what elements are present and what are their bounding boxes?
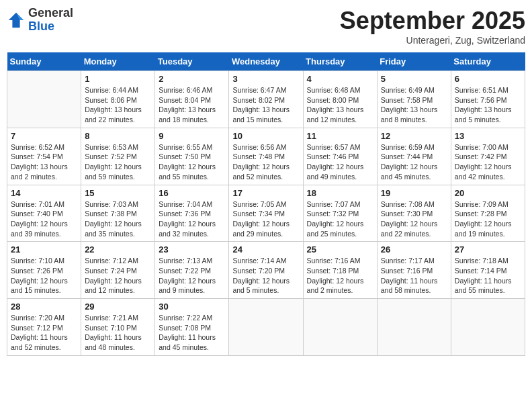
weekday-header-saturday: Saturday bbox=[451, 52, 525, 71]
day-info: Sunrise: 7:22 AMSunset: 7:08 PMDaylight:… bbox=[159, 313, 225, 353]
day-number: 15 bbox=[85, 188, 151, 198]
day-info: Sunrise: 7:12 AMSunset: 7:24 PMDaylight:… bbox=[85, 256, 151, 295]
weekday-header-tuesday: Tuesday bbox=[155, 52, 229, 71]
day-cell: 3Sunrise: 6:47 AMSunset: 8:02 PMDaylight… bbox=[229, 71, 303, 128]
day-info: Sunrise: 7:16 AMSunset: 7:18 PMDaylight:… bbox=[307, 256, 373, 295]
day-number: 8 bbox=[85, 131, 151, 141]
day-number: 2 bbox=[159, 74, 225, 84]
day-cell: 17Sunrise: 7:05 AMSunset: 7:34 PMDayligh… bbox=[229, 185, 303, 242]
week-row-3: 14Sunrise: 7:01 AMSunset: 7:40 PMDayligh… bbox=[7, 185, 525, 242]
day-cell: 24Sunrise: 7:14 AMSunset: 7:20 PMDayligh… bbox=[229, 242, 303, 299]
week-row-4: 21Sunrise: 7:10 AMSunset: 7:26 PMDayligh… bbox=[7, 242, 525, 299]
day-number: 11 bbox=[307, 131, 373, 141]
title-block: September 2025 Unterageri, Zug, Switzerl… bbox=[340, 7, 525, 46]
day-number: 26 bbox=[381, 244, 447, 255]
day-info: Sunrise: 6:59 AMSunset: 7:44 PMDaylight:… bbox=[381, 142, 447, 182]
weekday-header-row: SundayMondayTuesdayWednesdayThursdayFrid… bbox=[7, 52, 525, 71]
day-number: 29 bbox=[85, 302, 151, 312]
day-cell: 22Sunrise: 7:12 AMSunset: 7:24 PMDayligh… bbox=[81, 242, 155, 299]
day-cell: 1Sunrise: 6:44 AMSunset: 8:06 PMDaylight… bbox=[81, 71, 155, 128]
calendar-table: SundayMondayTuesdayWednesdayThursdayFrid… bbox=[7, 52, 525, 356]
day-number: 4 bbox=[307, 74, 373, 84]
day-info: Sunrise: 7:13 AMSunset: 7:22 PMDaylight:… bbox=[159, 256, 225, 295]
day-cell: 2Sunrise: 6:46 AMSunset: 8:04 PMDaylight… bbox=[155, 71, 229, 128]
day-info: Sunrise: 7:14 AMSunset: 7:20 PMDaylight:… bbox=[232, 256, 299, 295]
logo-icon bbox=[7, 11, 26, 30]
day-cell: 9Sunrise: 6:55 AMSunset: 7:50 PMDaylight… bbox=[155, 128, 229, 185]
day-number: 10 bbox=[232, 131, 299, 141]
day-info: Sunrise: 7:05 AMSunset: 7:34 PMDaylight:… bbox=[232, 199, 299, 239]
day-number: 9 bbox=[159, 131, 225, 141]
day-cell: 7Sunrise: 6:52 AMSunset: 7:54 PMDaylight… bbox=[7, 128, 81, 185]
day-cell bbox=[377, 299, 451, 356]
day-cell: 11Sunrise: 6:57 AMSunset: 7:46 PMDayligh… bbox=[303, 128, 377, 185]
weekday-header-wednesday: Wednesday bbox=[229, 52, 303, 71]
day-cell: 18Sunrise: 7:07 AMSunset: 7:32 PMDayligh… bbox=[303, 185, 377, 242]
day-number: 1 bbox=[85, 74, 151, 84]
weekday-header-friday: Friday bbox=[377, 52, 451, 71]
week-row-1: 1Sunrise: 6:44 AMSunset: 8:06 PMDaylight… bbox=[7, 71, 525, 128]
day-cell: 21Sunrise: 7:10 AMSunset: 7:26 PMDayligh… bbox=[7, 242, 81, 299]
day-cell: 28Sunrise: 7:20 AMSunset: 7:12 PMDayligh… bbox=[7, 299, 81, 356]
day-info: Sunrise: 6:57 AMSunset: 7:46 PMDaylight:… bbox=[307, 142, 373, 182]
day-info: Sunrise: 6:49 AMSunset: 7:58 PMDaylight:… bbox=[381, 85, 447, 125]
day-info: Sunrise: 7:07 AMSunset: 7:32 PMDaylight:… bbox=[307, 199, 373, 239]
day-number: 22 bbox=[85, 244, 151, 255]
day-number: 14 bbox=[11, 188, 77, 198]
day-cell: 13Sunrise: 7:00 AMSunset: 7:42 PMDayligh… bbox=[451, 128, 525, 185]
day-info: Sunrise: 7:18 AMSunset: 7:14 PMDaylight:… bbox=[455, 256, 521, 295]
day-info: Sunrise: 7:21 AMSunset: 7:10 PMDaylight:… bbox=[85, 313, 151, 353]
weekday-header-monday: Monday bbox=[81, 52, 155, 71]
day-cell: 26Sunrise: 7:17 AMSunset: 7:16 PMDayligh… bbox=[377, 242, 451, 299]
day-number: 25 bbox=[307, 244, 373, 255]
logo: General Blue bbox=[7, 7, 73, 34]
day-cell: 8Sunrise: 6:53 AMSunset: 7:52 PMDaylight… bbox=[81, 128, 155, 185]
day-cell: 16Sunrise: 7:04 AMSunset: 7:36 PMDayligh… bbox=[155, 185, 229, 242]
day-number: 17 bbox=[232, 188, 299, 198]
day-info: Sunrise: 7:03 AMSunset: 7:38 PMDaylight:… bbox=[85, 199, 151, 239]
day-number: 20 bbox=[455, 188, 521, 198]
location: Unterageri, Zug, Switzerland bbox=[340, 35, 525, 46]
day-cell: 20Sunrise: 7:09 AMSunset: 7:28 PMDayligh… bbox=[451, 185, 525, 242]
day-info: Sunrise: 6:53 AMSunset: 7:52 PMDaylight:… bbox=[85, 142, 151, 182]
day-info: Sunrise: 7:09 AMSunset: 7:28 PMDaylight:… bbox=[455, 199, 521, 239]
day-cell: 27Sunrise: 7:18 AMSunset: 7:14 PMDayligh… bbox=[451, 242, 525, 299]
day-number: 18 bbox=[307, 188, 373, 198]
day-number: 28 bbox=[11, 302, 77, 312]
day-cell bbox=[451, 299, 525, 356]
day-number: 27 bbox=[455, 244, 521, 255]
day-cell: 12Sunrise: 6:59 AMSunset: 7:44 PMDayligh… bbox=[377, 128, 451, 185]
day-cell: 4Sunrise: 6:48 AMSunset: 8:00 PMDaylight… bbox=[303, 71, 377, 128]
day-info: Sunrise: 6:48 AMSunset: 8:00 PMDaylight:… bbox=[307, 85, 373, 125]
day-info: Sunrise: 6:55 AMSunset: 7:50 PMDaylight:… bbox=[159, 142, 225, 182]
day-cell: 29Sunrise: 7:21 AMSunset: 7:10 PMDayligh… bbox=[81, 299, 155, 356]
day-info: Sunrise: 6:47 AMSunset: 8:02 PMDaylight:… bbox=[232, 85, 299, 125]
day-number: 12 bbox=[381, 131, 447, 141]
day-info: Sunrise: 6:51 AMSunset: 7:56 PMDaylight:… bbox=[455, 85, 521, 125]
day-cell: 14Sunrise: 7:01 AMSunset: 7:40 PMDayligh… bbox=[7, 185, 81, 242]
logo-general: General bbox=[28, 6, 73, 19]
day-info: Sunrise: 7:10 AMSunset: 7:26 PMDaylight:… bbox=[11, 256, 77, 295]
day-number: 5 bbox=[381, 74, 447, 84]
day-cell: 23Sunrise: 7:13 AMSunset: 7:22 PMDayligh… bbox=[155, 242, 229, 299]
day-number: 23 bbox=[159, 244, 225, 255]
day-number: 21 bbox=[11, 244, 77, 255]
day-info: Sunrise: 6:52 AMSunset: 7:54 PMDaylight:… bbox=[11, 142, 77, 182]
day-info: Sunrise: 6:44 AMSunset: 8:06 PMDaylight:… bbox=[85, 85, 151, 125]
day-cell bbox=[7, 71, 81, 128]
day-info: Sunrise: 7:17 AMSunset: 7:16 PMDaylight:… bbox=[381, 256, 447, 295]
day-cell bbox=[303, 299, 377, 356]
day-cell: 19Sunrise: 7:08 AMSunset: 7:30 PMDayligh… bbox=[377, 185, 451, 242]
weekday-header-sunday: Sunday bbox=[7, 52, 81, 71]
day-cell: 25Sunrise: 7:16 AMSunset: 7:18 PMDayligh… bbox=[303, 242, 377, 299]
day-cell: 30Sunrise: 7:22 AMSunset: 7:08 PMDayligh… bbox=[155, 299, 229, 356]
day-info: Sunrise: 7:00 AMSunset: 7:42 PMDaylight:… bbox=[455, 142, 521, 182]
day-number: 16 bbox=[159, 188, 225, 198]
day-cell: 10Sunrise: 6:56 AMSunset: 7:48 PMDayligh… bbox=[229, 128, 303, 185]
day-number: 6 bbox=[455, 74, 521, 84]
day-cell: 5Sunrise: 6:49 AMSunset: 7:58 PMDaylight… bbox=[377, 71, 451, 128]
day-cell: 15Sunrise: 7:03 AMSunset: 7:38 PMDayligh… bbox=[81, 185, 155, 242]
day-number: 13 bbox=[455, 131, 521, 141]
week-row-2: 7Sunrise: 6:52 AMSunset: 7:54 PMDaylight… bbox=[7, 128, 525, 185]
day-cell: 6Sunrise: 6:51 AMSunset: 7:56 PMDaylight… bbox=[451, 71, 525, 128]
